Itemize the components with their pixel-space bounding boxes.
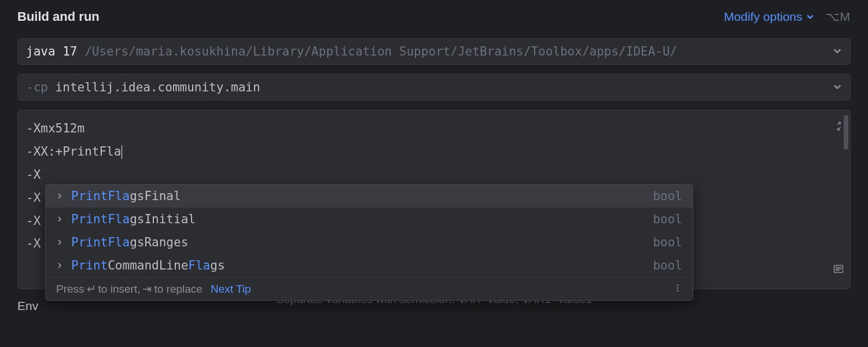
vm-line: -XX:+PrintFla (26, 141, 842, 164)
modify-options-link[interactable]: Modify options (724, 10, 814, 24)
classpath-field[interactable]: -cp intellij.idea.community.main (17, 74, 851, 101)
classpath-value: intellij.idea.community.main (56, 80, 260, 94)
next-tip-link[interactable]: Next Tip (211, 283, 251, 296)
tab-key-icon: ⇥ (142, 282, 152, 296)
modify-options-label: Modify options (724, 10, 802, 24)
completion-name: PrintFlagsRanges (71, 235, 188, 249)
completion-name: PrintCommandLineFlags (71, 259, 225, 272)
shortcut-hint: ⌥M (826, 10, 851, 24)
chevron-down-icon[interactable] (833, 45, 842, 58)
chevron-right-icon (56, 193, 63, 200)
classpath-flag: -cp (26, 80, 48, 94)
completion-name: PrintFlagsInitial (71, 212, 196, 226)
chevron-down-icon (806, 13, 814, 21)
chevron-right-icon (56, 262, 63, 269)
chevron-right-icon (56, 239, 63, 246)
vm-line: -X (26, 164, 842, 187)
completion-type: bool (653, 189, 682, 203)
footer-press: Press (56, 283, 84, 296)
section-title: Build and run (17, 9, 100, 24)
vm-line: -Xmx512m (26, 117, 842, 141)
footer-replace: to replace (154, 283, 202, 296)
completion-type: bool (653, 259, 682, 272)
completion-item[interactable]: PrintCommandLineFlagsbool (46, 254, 693, 277)
insert-macro-icon[interactable] (833, 260, 844, 283)
jdk-label: java 17 (26, 45, 78, 58)
jdk-selector[interactable]: java 17 /Users/maria.kosukhina/Library/A… (17, 38, 851, 65)
scrollbar-thumb[interactable] (844, 115, 848, 150)
completion-type: bool (653, 235, 682, 249)
svg-point-1 (677, 284, 679, 286)
completion-popup: PrintFlagsFinalboolPrintFlagsInitialbool… (45, 184, 693, 301)
chevron-right-icon (56, 216, 63, 223)
text-cursor (122, 145, 122, 159)
completion-type: bool (653, 212, 682, 226)
footer-insert: to insert, (98, 283, 141, 296)
more-menu-icon[interactable] (673, 283, 682, 296)
completion-footer: Press ↵ to insert, ⇥ to replace Next Tip (46, 277, 693, 300)
svg-point-2 (677, 287, 679, 289)
completion-item[interactable]: PrintFlagsRangesbool (46, 231, 693, 254)
svg-point-3 (677, 290, 679, 291)
completion-name: PrintFlagsFinal (71, 189, 181, 203)
chevron-down-icon[interactable] (833, 80, 842, 94)
jdk-path: /Users/maria.kosukhina/Library/Applicati… (84, 45, 677, 58)
collapse-icon[interactable] (834, 116, 844, 139)
completion-item[interactable]: PrintFlagsInitialbool (46, 208, 693, 231)
env-label-partial: Env (17, 299, 38, 313)
enter-key-icon: ↵ (87, 282, 96, 296)
completion-item[interactable]: PrintFlagsFinalbool (46, 184, 693, 208)
